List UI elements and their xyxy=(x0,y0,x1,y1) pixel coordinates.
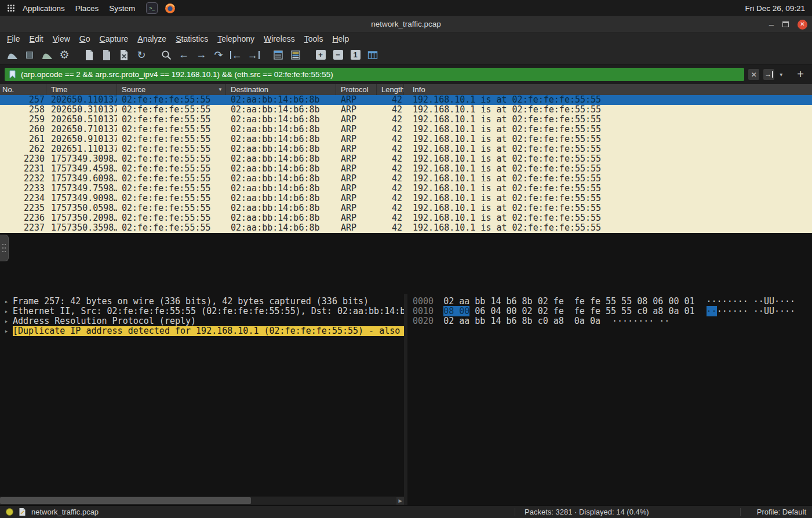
column-header-info[interactable]: Info xyxy=(404,84,812,95)
capture-options-icon[interactable]: ⚙ xyxy=(56,48,73,63)
menu-item[interactable]: Tools xyxy=(300,34,328,43)
hex-row[interactable]: 0000 02 aa bb 14 b6 8b 02 fe fe fe 55 55… xyxy=(407,297,812,307)
menu-item[interactable]: Telephony xyxy=(213,34,259,43)
detail-tree-item[interactable]: ▸ Frame 257: 42 bytes on wire (336 bits)… xyxy=(0,297,404,307)
places-menu[interactable]: Places xyxy=(71,4,103,13)
go-forward-icon[interactable]: → xyxy=(192,48,210,63)
zoom-in-icon[interactable]: + xyxy=(316,50,326,60)
detail-tree-item[interactable]: ▸ Address Resolution Protocol (reply) xyxy=(0,316,404,326)
menu-item[interactable]: Help xyxy=(327,34,354,43)
packet-row[interactable]: 2234 1757349.9098… 02:fe:fe:fe:55:55 02:… xyxy=(0,194,812,203)
menu-item[interactable]: Analyze xyxy=(133,34,171,43)
menu-item[interactable]: Go xyxy=(75,34,95,43)
colorize-icon[interactable] xyxy=(287,48,304,63)
hex-bytes-group1: 02 aa bb 14 b6 8b c0 a8 xyxy=(443,316,564,326)
packet-row[interactable]: 2236 1757350.2098… 02:fe:fe:fe:55:55 02:… xyxy=(0,213,812,223)
zoom-original-icon[interactable]: 1 xyxy=(351,50,361,60)
packet-row[interactable]: 2237 1757350.3598… 02:fe:fe:fe:55:55 02:… xyxy=(0,223,812,233)
start-capture-icon[interactable] xyxy=(3,48,21,63)
minimize-button[interactable]: – xyxy=(769,21,774,27)
packet-row[interactable]: 260 202650.710137 02:fe:fe:fe:55:55 02:a… xyxy=(0,125,812,134)
expand-arrow-icon[interactable]: ▸ xyxy=(0,297,13,307)
applications-grid-icon[interactable] xyxy=(7,4,15,12)
filter-add-button[interactable]: + xyxy=(793,68,807,81)
packet-row[interactable]: 2233 1757349.7598… 02:fe:fe:fe:55:55 02:… xyxy=(0,184,812,194)
packet-protocol: ARP xyxy=(336,194,377,203)
column-header-no[interactable]: No. xyxy=(0,84,46,95)
close-file-icon[interactable] xyxy=(115,48,133,63)
applications-menu[interactable]: Applications xyxy=(19,4,69,13)
column-header-protocol[interactable]: Protocol xyxy=(336,84,377,95)
filter-clear-icon[interactable]: ✕ xyxy=(748,69,759,80)
main-toolbar: ⚙ ↻ ← → ↷ ← → + − 1 xyxy=(0,45,812,65)
zoom-out-icon[interactable]: − xyxy=(333,50,343,60)
reload-file-icon[interactable]: ↻ xyxy=(133,48,150,63)
firefox-icon[interactable] xyxy=(165,3,176,14)
packet-time: 202651.110137 xyxy=(46,144,117,154)
packet-row[interactable]: 261 202650.910137 02:fe:fe:fe:55:55 02:a… xyxy=(0,134,812,144)
scrollbar-right-arrow-icon[interactable]: ▶ xyxy=(396,497,404,505)
bookmark-icon[interactable] xyxy=(9,70,16,79)
save-file-icon[interactable] xyxy=(98,48,115,63)
pane-splitter-handle[interactable] xyxy=(0,235,9,261)
close-button[interactable]: ✕ xyxy=(798,20,807,30)
filter-apply-icon[interactable]: → xyxy=(763,69,774,80)
go-back-icon[interactable]: ← xyxy=(175,48,192,63)
expand-arrow-icon[interactable]: ▸ xyxy=(0,316,13,326)
menu-item[interactable]: View xyxy=(48,34,75,43)
packet-protocol: ARP xyxy=(336,174,377,184)
menu-item[interactable]: Statistics xyxy=(171,34,213,43)
column-header-time[interactable]: Time xyxy=(46,84,117,95)
system-menu[interactable]: System xyxy=(105,4,139,13)
display-filter-input[interactable]: (arp.opcode == 2 && arp.src.proto_ipv4 =… xyxy=(5,68,744,81)
go-last-packet-icon[interactable]: → xyxy=(247,51,260,59)
column-header-destination[interactable]: Destination xyxy=(226,84,336,95)
window-titlebar[interactable]: network_traffic.pcap – ✕ xyxy=(0,16,812,32)
packet-length: 42 xyxy=(377,105,404,115)
file-properties-icon[interactable] xyxy=(19,508,26,516)
packet-row[interactable]: 257 202650.110137 02:fe:fe:fe:55:55 02:a… xyxy=(0,95,812,105)
column-header-source[interactable]: Source▼ xyxy=(117,84,226,95)
hex-row[interactable]: 0020 02 aa bb 14 b6 8b c0 a8 0a 0a ·····… xyxy=(407,316,812,326)
restart-capture-icon[interactable] xyxy=(38,48,56,63)
expert-info-icon[interactable] xyxy=(6,508,13,516)
auto-scroll-icon[interactable] xyxy=(270,48,287,63)
filter-dropdown-icon[interactable]: ▾ xyxy=(778,71,784,78)
go-to-packet-icon[interactable]: ↷ xyxy=(210,48,227,63)
clock[interactable]: Fri Dec 26, 09:21 xyxy=(745,4,805,13)
window-title: network_traffic.pcap xyxy=(371,20,441,28)
stop-capture-icon[interactable] xyxy=(21,48,38,63)
status-filename[interactable]: network_traffic.pcap xyxy=(31,508,99,516)
hex-row[interactable]: 0010 08 00 06 04 00 02 02 fe fe fe 55 55… xyxy=(407,307,812,316)
packet-row[interactable]: 2230 1757349.3098… 02:fe:fe:fe:55:55 02:… xyxy=(0,154,812,164)
menu-item[interactable]: File xyxy=(2,34,25,43)
packet-protocol: ARP xyxy=(336,154,377,164)
packet-row[interactable]: 262 202651.110137 02:fe:fe:fe:55:55 02:a… xyxy=(0,144,812,154)
packet-row[interactable]: 258 202650.310137 02:fe:fe:fe:55:55 02:a… xyxy=(0,105,812,115)
find-packet-icon[interactable] xyxy=(158,48,175,63)
menu-item[interactable]: Wireless xyxy=(259,34,300,43)
detail-tree-item-warning[interactable]: ▸ [Duplicate IP address detected for 192… xyxy=(0,326,404,336)
packet-row[interactable]: 2232 1757349.6098… 02:fe:fe:fe:55:55 02:… xyxy=(0,174,812,184)
go-first-packet-icon[interactable]: ← xyxy=(230,51,242,59)
packet-protocol: ARP xyxy=(336,115,377,125)
expand-arrow-icon[interactable]: ▸ xyxy=(0,326,13,336)
detail-tree-item[interactable]: ▸ Ethernet II, Src: 02:fe:fe:fe:55:55 (0… xyxy=(0,307,404,316)
packet-row[interactable]: 2235 1757350.0598… 02:fe:fe:fe:55:55 02:… xyxy=(0,203,812,213)
open-file-icon[interactable] xyxy=(81,48,98,63)
scrollbar-thumb[interactable] xyxy=(0,497,251,504)
profile-selector[interactable]: Profile: Default xyxy=(757,508,806,516)
column-header-length[interactable]: Length xyxy=(377,84,404,95)
packet-source: 02:fe:fe:fe:55:55 xyxy=(117,203,226,213)
expand-arrow-icon[interactable]: ▸ xyxy=(0,307,13,316)
terminal-icon[interactable]: >_ xyxy=(146,2,158,14)
maximize-button[interactable] xyxy=(782,21,789,27)
packet-destination: 02:aa:bb:14:b6:8b xyxy=(226,174,336,184)
packet-row[interactable]: 259 202650.510137 02:fe:fe:fe:55:55 02:a… xyxy=(0,115,812,125)
status-separator xyxy=(515,508,515,516)
resize-columns-icon[interactable] xyxy=(364,48,381,63)
packet-row[interactable]: 2231 1757349.4598… 02:fe:fe:fe:55:55 02:… xyxy=(0,164,812,174)
menu-item[interactable]: Capture xyxy=(95,34,133,43)
menu-item[interactable]: Edit xyxy=(25,34,48,43)
detail-horizontal-scrollbar[interactable]: ▶ xyxy=(0,497,404,505)
